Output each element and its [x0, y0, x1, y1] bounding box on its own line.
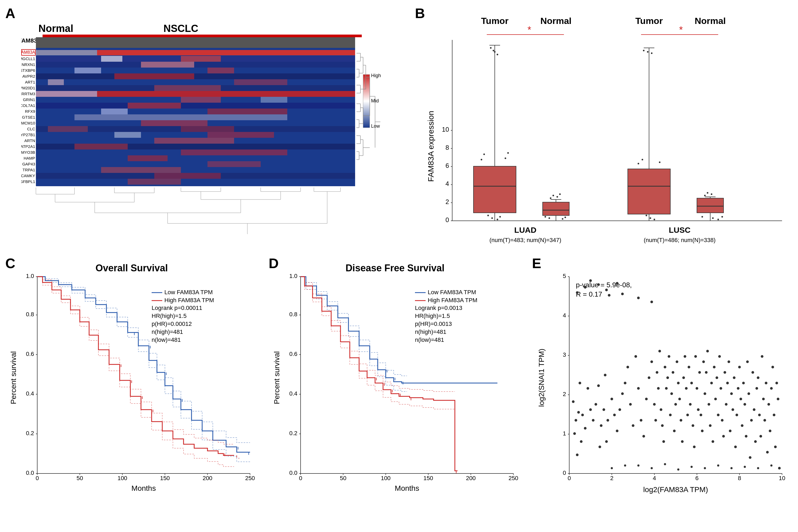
- c-hr: HR(high)=1.5: [152, 312, 187, 319]
- s25: [619, 408, 621, 411]
- d-x50: 50: [340, 475, 346, 481]
- s1: [572, 400, 574, 403]
- row2-r1: [181, 56, 221, 62]
- s4: [576, 454, 578, 456]
- s46: [664, 366, 666, 368]
- s67: [691, 424, 694, 427]
- s23: [613, 414, 616, 416]
- s62: [685, 387, 688, 390]
- s39: [654, 419, 657, 422]
- d-x0: 0: [299, 475, 302, 481]
- row6-r: [234, 79, 287, 85]
- gene-rfx9: RFX9: [25, 109, 35, 114]
- s65: [689, 403, 691, 406]
- y-axis-label: FAM83A expression: [426, 111, 435, 182]
- n4: [550, 197, 551, 199]
- s105: [742, 382, 745, 384]
- row5: [36, 73, 355, 79]
- gene-trpa1: TRPA1: [23, 168, 35, 172]
- gene-igfbpl1: IGFBPL1: [21, 179, 35, 184]
- s114: [754, 440, 757, 443]
- gene-art1: ART1: [25, 80, 35, 84]
- d-y04: 0.4: [289, 390, 298, 397]
- n5: [545, 216, 546, 217]
- s3: [574, 419, 577, 422]
- row11: [36, 109, 355, 114]
- s44: [661, 424, 664, 427]
- lt4: [646, 215, 647, 216]
- row8-normal: [36, 91, 97, 97]
- dfs-title: Disease Free Survival: [345, 263, 444, 273]
- row21-r: [101, 167, 181, 173]
- s21: [608, 294, 610, 297]
- boxplot-svg: Tumor Normal Tumor Normal * * FAM83A exp…: [415, 5, 793, 245]
- d-y08: 0.8: [289, 311, 298, 318]
- row15: [36, 132, 355, 138]
- s82: [711, 440, 714, 443]
- ln5: [712, 217, 714, 219]
- s126: [770, 387, 773, 390]
- s134: [589, 279, 592, 282]
- lusc-sub: (num(T)=486; num(N)=338): [644, 237, 716, 243]
- s15: [598, 445, 601, 448]
- gene-myo3b: MYO3B: [21, 150, 35, 155]
- survival-d-svg: Disease Free Survival 0.0 0.2 0.4 0.6 0.…: [269, 255, 521, 511]
- s98: [733, 376, 736, 379]
- e-x4: 4: [653, 475, 656, 481]
- s16: [600, 424, 603, 427]
- s120: [762, 398, 765, 400]
- s20: [607, 419, 609, 422]
- s88: [720, 387, 722, 390]
- s14: [597, 384, 600, 387]
- d-legend-high: High FAM83A TPM: [428, 297, 477, 304]
- row15-w: [114, 132, 141, 138]
- row9-r: [181, 97, 221, 103]
- d-legend-low: Low FAM83A TPM: [428, 289, 476, 296]
- e-y0: 0: [563, 470, 566, 476]
- c-nlow: n(low)=481: [152, 337, 180, 343]
- row2-w1: [101, 56, 122, 62]
- s113: [753, 408, 756, 411]
- lt6: [653, 218, 655, 220]
- s81: [710, 382, 713, 384]
- scatter-svg: 0 1 2 3 4 5 0 2 4 6 8 10 log2(FAM83A TPM…: [532, 255, 793, 511]
- s45: [662, 440, 665, 443]
- heatmap-svg: Normal NSCLC FAM83A FAM83A HMGCLL1 NRXN1…: [21, 21, 388, 245]
- s56: [677, 382, 680, 384]
- c-x200: 200: [203, 475, 212, 481]
- row3-r: [141, 62, 194, 68]
- row23-r: [128, 179, 181, 185]
- col2-header: Normal: [540, 16, 571, 26]
- luad-normal-box: [543, 202, 569, 215]
- gene-avpr2: AVPR2: [22, 74, 35, 78]
- s29: [629, 403, 632, 406]
- s61: [684, 355, 686, 358]
- s27: [624, 382, 626, 384]
- fam83a-normal-cells: [36, 50, 97, 55]
- d-logrank: Logrank p=0.0013: [415, 305, 462, 311]
- panel-a: A Normal NSCLC FAM83A FAM83A HMGCLL1: [5, 5, 399, 245]
- s77: [705, 371, 707, 374]
- s53: [673, 430, 676, 432]
- s33: [640, 419, 642, 422]
- n6: [549, 217, 550, 219]
- fam83a-nsclc-cells: [97, 50, 355, 55]
- gene-hamp: HAMP: [24, 156, 35, 160]
- s137: [616, 282, 619, 285]
- s30: [632, 424, 634, 427]
- e-y5: 5: [563, 273, 566, 279]
- s51: [670, 392, 673, 395]
- luad-tumor-dot9: [481, 159, 482, 160]
- s36: [648, 376, 650, 379]
- row19: [36, 155, 355, 161]
- s26: [621, 392, 624, 395]
- c-x100: 100: [118, 475, 128, 481]
- s24: [616, 430, 619, 432]
- s50: [669, 414, 672, 416]
- c-terminal-mark: -: [238, 455, 240, 461]
- s87: [718, 355, 721, 358]
- scale-high: High: [371, 73, 381, 78]
- e-y3: 3: [563, 352, 566, 358]
- s35: [645, 398, 648, 400]
- s115: [756, 387, 758, 390]
